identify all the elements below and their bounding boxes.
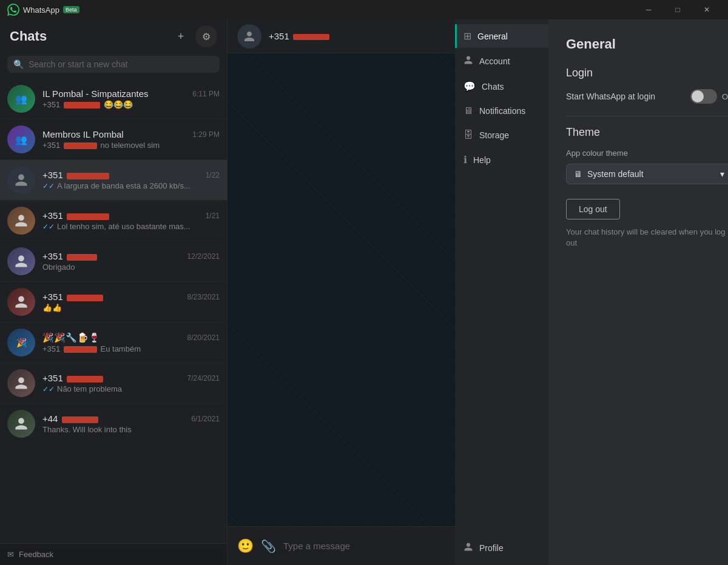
chat-item[interactable]: 🎉 🎉🎉🔧🍺🍷 8/20/2021 +351 Eu também <box>0 322 227 363</box>
maximize-button[interactable]: □ <box>664 0 692 19</box>
chat-item[interactable]: +351 7/24/2021 ✓✓ Não tem problema <box>0 363 227 403</box>
logout-button[interactable]: Log out <box>566 199 620 219</box>
chat-time: 8/20/2021 <box>187 333 220 342</box>
chat-info: IL Pombal - Simpatizantes 6:11 PM +351 😂… <box>42 89 220 109</box>
settings-nav-item-general[interactable]: ⊞ General <box>455 24 548 48</box>
attach-button[interactable]: 📎 <box>261 539 276 553</box>
nav-label-chats: Chats <box>482 82 504 92</box>
settings-button[interactable]: ⚙ <box>195 25 217 47</box>
chat-info: +351 1/22 ✓✓ A largura de banda está a 2… <box>42 170 220 190</box>
app-name: WhatsApp <box>23 5 59 15</box>
window-controls: ─ □ ✕ <box>635 0 721 19</box>
chat-info: +351 12/2/2021 Obrigado <box>42 251 220 272</box>
theme-select[interactable]: 🖥 System default ▾ <box>566 164 728 184</box>
chat-area: +351 📹 📞 🔍 ⋮ 1/22/2022 A largura de band… <box>228 19 728 565</box>
logout-note: Your chat history will be cleared when y… <box>566 227 728 249</box>
chat-item[interactable]: 👥 IL Pombal - Simpatizantes 6:11 PM +351… <box>0 79 227 119</box>
chat-time: 12/2/2021 <box>187 252 220 261</box>
chat-name: +351 <box>42 292 104 302</box>
person-icon <box>14 295 29 309</box>
settings-nav-item-account[interactable]: Account <box>455 49 548 73</box>
chat-list: 👥 IL Pombal - Simpatizantes 6:11 PM +351… <box>0 79 227 543</box>
avatar <box>7 207 35 235</box>
person-icon <box>14 416 29 431</box>
feedback-label: Feedback <box>19 550 53 559</box>
chat-preview: ✓✓ Lol tenho sim, até uso bastante mas..… <box>42 222 220 231</box>
chat-name: +44 <box>42 413 99 424</box>
settings-nav-item-storage[interactable]: 🗄 Storage <box>455 124 548 147</box>
profile-icon <box>463 542 473 554</box>
minimize-button[interactable]: ─ <box>635 0 662 19</box>
search-input[interactable] <box>29 59 214 69</box>
settings-content: General Login Start WhatsApp at login Of… <box>549 19 728 565</box>
avatar <box>7 166 35 194</box>
chat-preview: +351 no telemovel sim <box>42 141 220 150</box>
beta-badge: Beta <box>63 6 79 13</box>
login-section-title: Login <box>566 67 728 79</box>
login-toggle-row: Start WhatsApp at login Off <box>566 89 728 104</box>
login-toggle-label: Start WhatsApp at login <box>566 92 655 101</box>
chat-name: +351 <box>42 170 110 180</box>
chat-time: 7/24/2021 <box>187 374 220 383</box>
sidebar-actions: + ⚙ <box>171 25 217 47</box>
theme-title: Theme <box>566 126 728 139</box>
chat-item[interactable]: +351 12/2/2021 Obrigado <box>0 241 227 281</box>
chats-icon: 💬 <box>463 81 476 92</box>
chat-preview: ✓✓ A largura de banda está a 2600 kb/s..… <box>42 181 220 190</box>
chat-item[interactable]: +351 1/21 ✓✓ Lol tenho sim, até uso bast… <box>0 200 227 241</box>
chat-preview: ✓✓ Não tem problema <box>42 384 220 393</box>
chat-time: 1:29 PM <box>192 130 220 139</box>
new-chat-button[interactable]: + <box>171 27 190 46</box>
chat-preview: +351 Eu também <box>42 344 220 353</box>
toggle-state-label: Off <box>722 92 728 101</box>
divider <box>566 116 728 116</box>
feedback-bar[interactable]: ✉ Feedback <box>0 543 227 565</box>
chat-info: +44 6/1/2021 Thanks. Will look into this <box>42 413 220 434</box>
avatar: 🎉 <box>7 329 35 356</box>
avatar <box>7 369 35 397</box>
avatar <box>7 247 35 275</box>
theme-icon: 🖥 <box>574 169 582 179</box>
feedback-icon: ✉ <box>7 550 14 559</box>
colour-theme-label: App colour theme <box>566 149 728 158</box>
sidebar-header: Chats + ⚙ <box>0 19 227 53</box>
settings-nav-item-notifications[interactable]: 🖥 Notifications <box>455 99 548 122</box>
main-container: Chats + ⚙ 🔍 👥 IL Pombal - Simpatizantes <box>0 19 728 565</box>
settings-nav-item-chats[interactable]: 💬 Chats <box>455 75 548 98</box>
chat-item[interactable]: 👥 Membros IL Pombal 1:29 PM +351 no tele… <box>0 119 227 159</box>
settings-title: General <box>566 36 728 52</box>
search-input-wrap: 🔍 <box>7 56 220 73</box>
chat-item-active[interactable]: +351 1/22 ✓✓ A largura de banda está a 2… <box>0 159 227 200</box>
close-button[interactable]: ✕ <box>693 0 721 19</box>
titlebar: WhatsApp Beta ─ □ ✕ <box>0 0 728 19</box>
contact-avatar <box>237 24 261 48</box>
login-toggle[interactable] <box>690 89 717 104</box>
storage-icon: 🗄 <box>463 130 473 141</box>
chat-time: 1/22 <box>206 171 220 179</box>
sidebar: Chats + ⚙ 🔍 👥 IL Pombal - Simpatizantes <box>0 19 228 565</box>
help-icon: ℹ <box>463 154 467 165</box>
settings-nav-item-profile[interactable]: Profile <box>455 536 548 560</box>
chat-name: Membros IL Pombal <box>42 129 124 139</box>
whatsapp-icon <box>7 4 19 16</box>
chat-time: 6/1/2021 <box>191 415 220 423</box>
sidebar-title: Chats <box>10 28 47 44</box>
person-icon <box>14 213 29 228</box>
chat-name: +351 <box>42 210 110 221</box>
avatar <box>7 410 35 438</box>
chat-time: 8/23/2021 <box>187 293 220 301</box>
chat-name: IL Pombal - Simpatizantes <box>42 89 149 99</box>
contact-avatar-icon <box>243 30 255 42</box>
chat-item[interactable]: +44 6/1/2021 Thanks. Will look into this <box>0 403 227 444</box>
chat-name: +351 <box>42 373 104 383</box>
chat-time: 6:11 PM <box>192 90 220 98</box>
emoji-button[interactable]: 🙂 <box>237 538 254 554</box>
nav-label-help: Help <box>473 155 491 165</box>
chat-info: Membros IL Pombal 1:29 PM +351 no telemo… <box>42 129 220 150</box>
settings-nav-item-help[interactable]: ℹ Help <box>455 148 548 172</box>
chat-item[interactable]: +351 8/23/2021 👍👍 <box>0 281 227 322</box>
chat-info: +351 7/24/2021 ✓✓ Não tem problema <box>42 373 220 393</box>
chat-preview: 👍👍 <box>42 303 220 312</box>
theme-selected-label: System default <box>587 169 644 179</box>
avatar: 👥 <box>7 125 35 153</box>
